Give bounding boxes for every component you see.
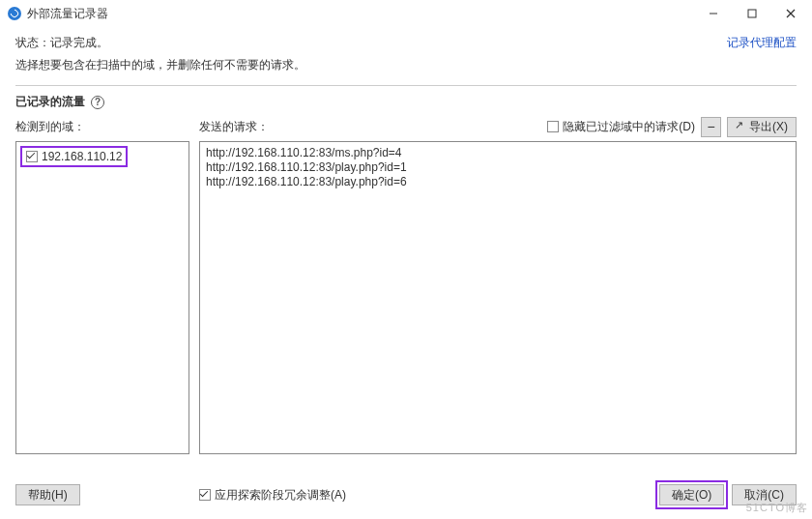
export-button[interactable]: 导出(X) bbox=[727, 117, 797, 137]
maximize-button[interactable] bbox=[733, 0, 771, 27]
requests-listbox[interactable]: http://192.168.110.12:83/ms.php?id=4 htt… bbox=[199, 141, 797, 454]
app-icon bbox=[8, 7, 21, 20]
domain-host[interactable]: 192.168.110.12 bbox=[42, 150, 122, 163]
body-grid: 检测到的域： 192.168.110.12 发送的请求： 隐藏已过滤域中的请求(… bbox=[0, 116, 812, 454]
remove-request-button[interactable] bbox=[701, 117, 721, 137]
cancel-button[interactable]: 取消(C) bbox=[732, 484, 797, 505]
export-label: 导出(X) bbox=[749, 119, 788, 135]
status-prefix: 状态： bbox=[15, 36, 50, 49]
close-button[interactable] bbox=[771, 0, 810, 27]
footer: 帮助(H) 应用探索阶段冗余调整(A) 确定(O) 取消(C) bbox=[0, 476, 812, 519]
minimize-button[interactable] bbox=[694, 0, 733, 27]
domains-column: 检测到的域： 192.168.110.12 bbox=[15, 116, 189, 454]
hide-filtered-wrap[interactable]: 隐藏已过滤域中的请求(D) bbox=[547, 119, 695, 135]
ok-button[interactable]: 确定(O) bbox=[659, 484, 724, 505]
status-line: 状态：记录完成。 bbox=[15, 35, 797, 51]
help-button[interactable]: 帮助(H) bbox=[15, 484, 80, 505]
proxy-config-link[interactable]: 记录代理配置 bbox=[727, 35, 797, 51]
section-header: 已记录的流量 ? bbox=[15, 85, 797, 116]
section-title: 已记录的流量 bbox=[15, 94, 85, 110]
hide-filtered-checkbox[interactable] bbox=[547, 121, 559, 132]
requests-header-row: 发送的请求： 隐藏已过滤域中的请求(D) 导出(X) bbox=[199, 116, 797, 137]
redundancy-checkbox[interactable] bbox=[199, 489, 211, 501]
domain-item-highlight: 192.168.110.12 bbox=[20, 146, 128, 167]
requests-column: 发送的请求： 隐藏已过滤域中的请求(D) 导出(X) http://192.16… bbox=[199, 116, 797, 454]
export-icon bbox=[736, 122, 745, 131]
window-title: 外部流量记录器 bbox=[27, 6, 694, 22]
domain-checkbox[interactable] bbox=[26, 151, 38, 162]
redundancy-label: 应用探索阶段冗余调整(A) bbox=[215, 487, 346, 504]
help-icon[interactable]: ? bbox=[91, 96, 104, 109]
request-item[interactable]: http://192.168.110.12:83/ms.php?id=4 bbox=[204, 146, 792, 160]
info-area: 状态：记录完成。 选择想要包含在扫描中的域，并删除任何不需要的请求。 记录代理配… bbox=[0, 27, 812, 85]
request-item[interactable]: http://192.168.110.12:83/play.php?id=1 bbox=[204, 160, 792, 175]
requests-label: 发送的请求： bbox=[199, 119, 269, 135]
titlebar: 外部流量记录器 bbox=[0, 0, 812, 27]
request-item[interactable]: http://192.168.110.12:83/play.php?id=6 bbox=[204, 175, 792, 189]
status-value: 记录完成。 bbox=[50, 36, 108, 49]
domains-label: 检测到的域： bbox=[15, 119, 85, 135]
domains-listbox[interactable]: 192.168.110.12 bbox=[15, 141, 189, 454]
requests-header-controls: 隐藏已过滤域中的请求(D) 导出(X) bbox=[547, 117, 797, 137]
domains-label-row: 检测到的域： bbox=[15, 116, 189, 137]
instruction-text: 选择想要包含在扫描中的域，并删除任何不需要的请求。 bbox=[15, 57, 797, 73]
window-controls bbox=[694, 0, 810, 27]
hide-filtered-label: 隐藏已过滤域中的请求(D) bbox=[563, 119, 695, 135]
svg-rect-1 bbox=[748, 10, 756, 17]
